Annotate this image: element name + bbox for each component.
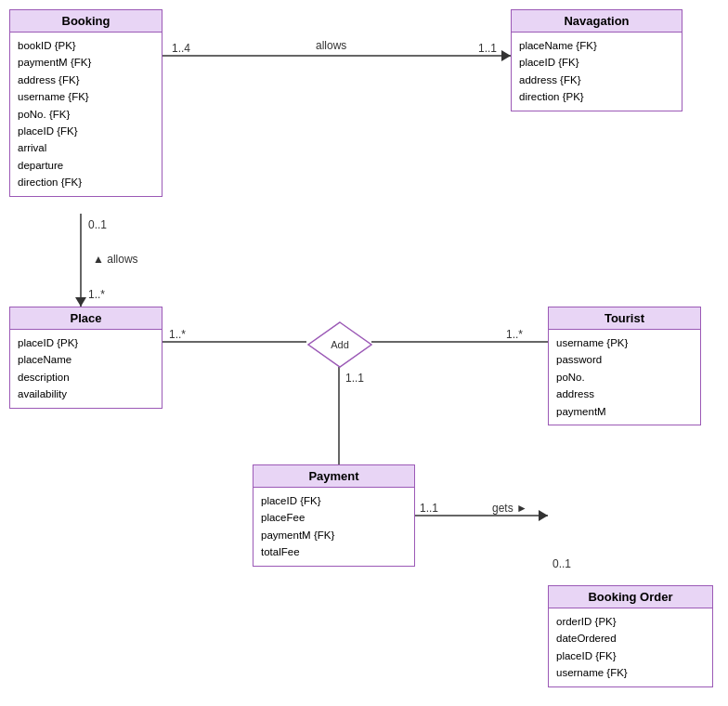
field: placeName bbox=[18, 351, 154, 368]
field: placeFee bbox=[261, 509, 407, 526]
field: poNo. bbox=[556, 369, 693, 386]
field: username {FK} bbox=[556, 664, 705, 681]
mult-payment-order-right: 0..1 bbox=[552, 557, 571, 570]
rel-gets: gets ► bbox=[492, 502, 527, 515]
place-body: placeID {PK} placeName description avail… bbox=[10, 330, 162, 408]
field: placeName {FK} bbox=[519, 37, 674, 54]
place-title: Place bbox=[10, 307, 162, 330]
mult-diamond-payment: 1..1 bbox=[345, 372, 364, 385]
field: paymentM {FK} bbox=[261, 527, 407, 543]
field: placeID {FK} bbox=[519, 54, 674, 71]
payment-title: Payment bbox=[254, 465, 414, 488]
mult-booking-place-bottom: 1..* bbox=[88, 288, 105, 301]
booking-entity: Booking bookID {PK} paymentM {FK} addres… bbox=[9, 9, 162, 197]
navagation-entity: Navagation placeName {FK} placeID {FK} a… bbox=[511, 9, 682, 111]
erd-diagram: Booking bookID {PK} paymentM {FK} addres… bbox=[0, 0, 728, 706]
navagation-body: placeName {FK} placeID {FK} address {FK}… bbox=[512, 33, 682, 111]
booking-body: bookID {PK} paymentM {FK} address {FK} u… bbox=[10, 33, 162, 196]
field: address {FK} bbox=[18, 72, 154, 88]
booking-order-title: Booking Order bbox=[549, 586, 712, 608]
mult-booking-nav-left: 1..4 bbox=[172, 42, 190, 55]
field: username {PK} bbox=[556, 334, 693, 351]
field: paymentM {FK} bbox=[18, 54, 154, 71]
field: departure bbox=[18, 157, 154, 174]
svg-marker-8 bbox=[539, 510, 548, 521]
place-entity: Place placeID {PK} placeName description… bbox=[9, 307, 162, 409]
diamond-shape: Add bbox=[306, 320, 373, 369]
field: availability bbox=[18, 386, 154, 402]
field: direction {FK} bbox=[18, 174, 154, 190]
field: description bbox=[18, 369, 154, 386]
field: placeID {FK} bbox=[556, 647, 705, 664]
tourist-body: username {PK} password poNo. address pay… bbox=[549, 330, 700, 425]
field: totalFee bbox=[261, 543, 407, 560]
field: orderID {PK} bbox=[556, 613, 705, 630]
field: poNo. {FK} bbox=[18, 106, 154, 123]
svg-text:Add: Add bbox=[331, 339, 349, 350]
field: address bbox=[556, 386, 693, 402]
field: username {FK} bbox=[18, 88, 154, 105]
field: bookID {PK} bbox=[18, 37, 154, 54]
booking-order-body: orderID {PK} dateOrdered placeID {FK} us… bbox=[549, 608, 712, 686]
field: address {FK} bbox=[519, 72, 674, 88]
mult-booking-nav-right: 1..1 bbox=[478, 42, 497, 55]
navagation-title: Navagation bbox=[512, 10, 682, 33]
mult-booking-place-top: 0..1 bbox=[88, 218, 107, 231]
svg-marker-3 bbox=[75, 297, 86, 307]
field: dateOrdered bbox=[556, 630, 705, 647]
add-diamond: Add bbox=[306, 320, 373, 369]
payment-entity: Payment placeID {FK} placeFee paymentM {… bbox=[253, 464, 415, 567]
mult-place-diamond: 1..* bbox=[169, 328, 186, 341]
mult-payment-order-left: 1..1 bbox=[420, 502, 438, 515]
booking-order-entity: Booking Order orderID {PK} dateOrdered p… bbox=[548, 585, 713, 687]
field: password bbox=[556, 351, 693, 368]
field: placeID {FK} bbox=[261, 492, 407, 509]
field: paymentM bbox=[556, 403, 693, 420]
rel-allows-booking-nav: allows bbox=[316, 39, 346, 52]
field: placeID {PK} bbox=[18, 334, 154, 351]
field: direction {PK} bbox=[519, 88, 674, 105]
field: placeID {FK} bbox=[18, 123, 154, 139]
field: arrival bbox=[18, 139, 154, 156]
booking-title: Booking bbox=[10, 10, 162, 33]
rel-allows-booking-place: ▲ allows bbox=[93, 253, 138, 266]
tourist-title: Tourist bbox=[549, 307, 700, 330]
svg-marker-1 bbox=[501, 50, 511, 61]
tourist-entity: Tourist username {PK} password poNo. add… bbox=[548, 307, 701, 425]
payment-body: placeID {FK} placeFee paymentM {FK} tota… bbox=[254, 488, 414, 566]
mult-tourist-diamond: 1..* bbox=[506, 328, 523, 341]
